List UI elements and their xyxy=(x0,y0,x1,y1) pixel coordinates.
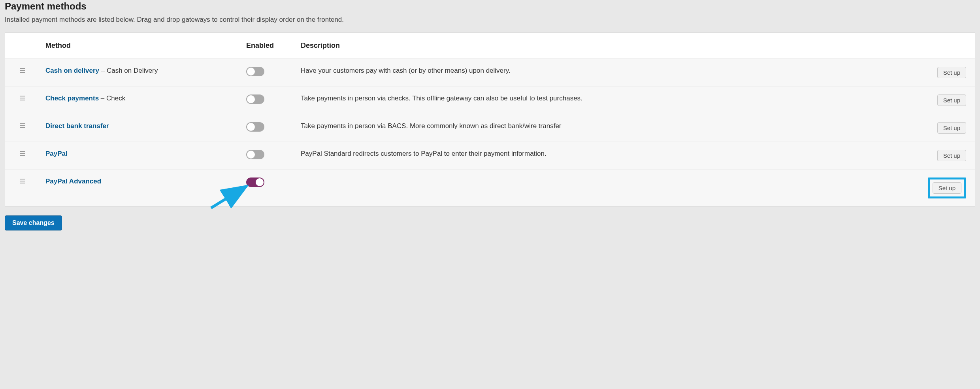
table-row: PayPal AdvancedSet up xyxy=(5,170,975,207)
svg-rect-13 xyxy=(20,181,25,181)
setup-button[interactable]: Set up xyxy=(937,150,966,161)
svg-rect-11 xyxy=(20,155,25,156)
enabled-toggle[interactable] xyxy=(246,150,264,159)
svg-rect-2 xyxy=(20,72,25,73)
col-enabled-header: Enabled xyxy=(241,33,295,59)
svg-rect-14 xyxy=(20,183,25,183)
method-suffix: – Check xyxy=(99,94,125,102)
method-description: PayPal Standard redirects customers to P… xyxy=(295,142,917,170)
method-link[interactable]: PayPal xyxy=(45,150,68,157)
drag-handle-icon[interactable] xyxy=(20,96,25,100)
col-drag-header xyxy=(5,33,40,59)
table-row: Check payments – CheckTake payments in p… xyxy=(5,87,975,114)
svg-rect-8 xyxy=(20,127,25,128)
svg-rect-4 xyxy=(20,98,25,98)
enabled-toggle[interactable] xyxy=(246,122,264,132)
svg-rect-7 xyxy=(20,125,25,126)
method-description xyxy=(295,170,917,207)
method-link[interactable]: Cash on delivery xyxy=(45,67,99,74)
col-method-header: Method xyxy=(40,33,241,59)
svg-rect-5 xyxy=(20,100,25,100)
method-link[interactable]: PayPal Advanced xyxy=(45,178,101,185)
setup-button[interactable]: Set up xyxy=(937,122,966,134)
highlight-box: Set up xyxy=(928,178,966,198)
table-row: PayPalPayPal Standard redirects customer… xyxy=(5,142,975,170)
enabled-toggle[interactable] xyxy=(246,67,264,76)
drag-handle-icon[interactable] xyxy=(20,151,25,156)
drag-handle-icon[interactable] xyxy=(20,68,25,73)
drag-handle-icon[interactable] xyxy=(20,179,25,183)
setup-button[interactable]: Set up xyxy=(933,182,961,194)
setup-button[interactable]: Set up xyxy=(937,67,966,78)
method-link[interactable]: Check payments xyxy=(45,94,99,102)
method-description: Have your customers pay with cash (or by… xyxy=(295,59,917,87)
svg-rect-3 xyxy=(20,96,25,96)
col-action-header xyxy=(917,33,975,59)
section-title: Payment methods xyxy=(5,1,975,12)
svg-rect-9 xyxy=(20,151,25,152)
svg-rect-6 xyxy=(20,123,25,124)
enabled-toggle[interactable] xyxy=(246,94,264,104)
method-link[interactable]: Direct bank transfer xyxy=(45,122,109,130)
section-description: Installed payment methods are listed bel… xyxy=(5,16,975,24)
save-changes-button[interactable]: Save changes xyxy=(5,215,62,230)
col-description-header: Description xyxy=(295,33,917,59)
setup-button[interactable]: Set up xyxy=(937,94,966,106)
drag-handle-icon[interactable] xyxy=(20,123,25,128)
method-description: Take payments in person via BACS. More c… xyxy=(295,114,917,142)
svg-rect-1 xyxy=(20,70,25,71)
method-description: Take payments in person via checks. This… xyxy=(295,87,917,114)
method-suffix: – Cash on Delivery xyxy=(99,67,158,74)
svg-rect-0 xyxy=(20,68,25,69)
svg-rect-10 xyxy=(20,153,25,154)
svg-rect-12 xyxy=(20,179,25,179)
table-row: Direct bank transferTake payments in per… xyxy=(5,114,975,142)
payment-methods-table: Method Enabled Description Cash on deliv… xyxy=(5,32,975,207)
enabled-toggle[interactable] xyxy=(246,178,264,187)
table-row: Cash on delivery – Cash on DeliveryHave … xyxy=(5,59,975,87)
